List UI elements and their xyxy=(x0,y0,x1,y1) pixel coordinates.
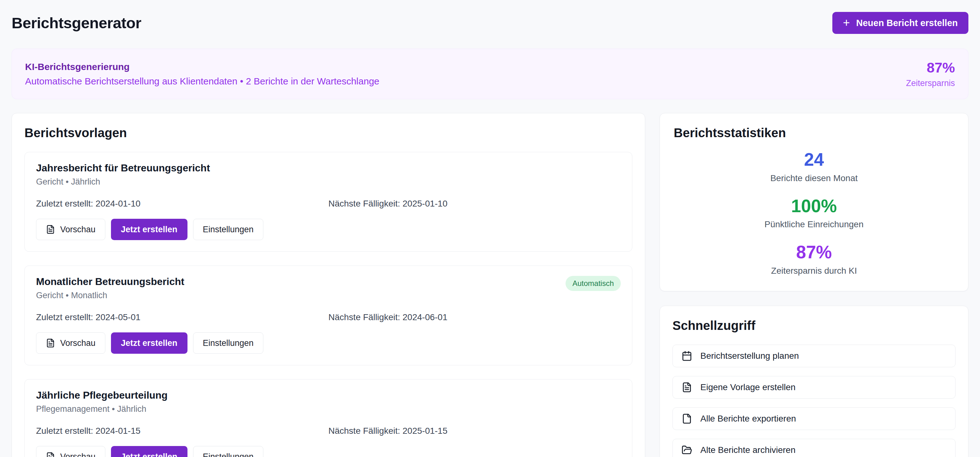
template-next-due: Nächste Fälligkeit: 2025-01-15 xyxy=(329,426,621,436)
template-actions: Vorschau Jetzt erstellen Einstellungen xyxy=(36,332,621,354)
generate-now-button[interactable]: Jetzt erstellen xyxy=(111,446,188,457)
preview-button-label: Vorschau xyxy=(60,338,95,348)
schedule-report-button[interactable]: Berichtserstellung planen xyxy=(673,345,956,367)
template-card: Monatlicher Betreuungsbericht Gericht • … xyxy=(24,265,632,365)
archive-reports-button[interactable]: Alte Berichte archivieren xyxy=(673,439,956,457)
stat-time-saved: 87% Zeitersparnis durch KI xyxy=(674,242,954,276)
main-content: Berichtsvorlagen Jahresbericht für Betre… xyxy=(11,113,969,457)
template-next-due: Nächste Fälligkeit: 2025-01-10 xyxy=(329,199,621,209)
generate-now-button-label: Jetzt erstellen xyxy=(121,225,177,235)
stat-label: Zeitersparnis durch KI xyxy=(674,266,954,276)
template-next-due: Nächste Fälligkeit: 2024-06-01 xyxy=(329,312,621,322)
template-actions: Vorschau Jetzt erstellen Einstellungen xyxy=(36,446,621,457)
file-text-icon xyxy=(46,338,55,348)
template-meta: Pflegemanagement • Jährlich xyxy=(36,404,168,414)
stat-value: 100% xyxy=(674,196,954,217)
template-title: Monatlicher Betreuungsbericht xyxy=(36,276,185,288)
template-title: Jährliche Pflegebeurteilung xyxy=(36,390,168,401)
stats-card: Berichtsstatistiken 24 Berichte diesen M… xyxy=(660,113,969,291)
settings-button[interactable]: Einstellungen xyxy=(193,332,263,354)
create-template-label: Eigene Vorlage erstellen xyxy=(700,382,795,392)
file-text-icon xyxy=(46,452,55,457)
quick-access-card: Schnellzugriff Berichtserstellung planen… xyxy=(660,306,969,457)
ai-banner-stat-value: 87% xyxy=(906,60,955,76)
stats-section-title: Berichtsstatistiken xyxy=(674,126,954,140)
calendar-icon xyxy=(681,351,692,361)
export-reports-label: Alle Berichte exportieren xyxy=(700,414,796,424)
templates-section-title: Berichtsvorlagen xyxy=(24,126,632,140)
settings-button[interactable]: Einstellungen xyxy=(193,219,263,240)
new-report-button-label: Neuen Bericht erstellen xyxy=(856,18,958,28)
template-head: Jährliche Pflegebeurteilung Pflegemanage… xyxy=(36,390,621,414)
templates-card: Berichtsvorlagen Jahresbericht für Betre… xyxy=(11,113,645,457)
ai-banner-subtitle: Automatische Berichtserstellung aus Klie… xyxy=(25,76,379,86)
stat-on-time-submissions: 100% Pünktliche Einreichungen xyxy=(674,196,954,230)
template-head-text: Monatlicher Betreuungsbericht Gericht • … xyxy=(36,276,185,300)
generate-now-button[interactable]: Jetzt erstellen xyxy=(111,219,188,240)
template-dates: Zuletzt erstellt: 2024-01-10 Nächste Fäl… xyxy=(36,199,621,209)
create-template-button[interactable]: Eigene Vorlage erstellen xyxy=(673,376,956,399)
template-last-created: Zuletzt erstellt: 2024-01-10 xyxy=(36,199,329,209)
template-card: Jahresbericht für Betreuungsgericht Geri… xyxy=(24,152,632,252)
file-text-icon xyxy=(46,225,55,234)
ai-banner-text: KI-Berichtsgenerierung Automatische Beri… xyxy=(25,62,379,86)
settings-button[interactable]: Einstellungen xyxy=(193,446,263,457)
export-reports-button[interactable]: Alle Berichte exportieren xyxy=(673,407,956,430)
template-card: Jährliche Pflegebeurteilung Pflegemanage… xyxy=(24,379,632,457)
template-head: Jahresbericht für Betreuungsgericht Geri… xyxy=(36,162,621,187)
preview-button-label: Vorschau xyxy=(60,452,95,457)
settings-button-label: Einstellungen xyxy=(203,452,254,457)
right-column: Berichtsstatistiken 24 Berichte diesen M… xyxy=(660,113,969,457)
file-text-icon xyxy=(681,382,692,393)
ai-banner-stat-label: Zeitersparnis xyxy=(906,78,955,88)
new-report-button[interactable]: + Neuen Bericht erstellen xyxy=(832,12,969,34)
schedule-report-label: Berichtserstellung planen xyxy=(700,351,799,361)
template-meta: Gericht • Monatlich xyxy=(36,291,185,300)
report-generator-page: Berichtsgenerator + Neuen Bericht erstel… xyxy=(0,0,980,457)
generate-now-button[interactable]: Jetzt erstellen xyxy=(111,332,188,354)
page-title: Berichtsgenerator xyxy=(11,14,142,32)
template-title: Jahresbericht für Betreuungsgericht xyxy=(36,162,210,174)
file-icon xyxy=(681,413,692,424)
settings-button-label: Einstellungen xyxy=(203,338,254,348)
plus-icon: + xyxy=(843,17,850,29)
settings-button-label: Einstellungen xyxy=(203,225,254,235)
stat-reports-this-month: 24 Berichte diesen Monat xyxy=(674,149,954,183)
template-meta: Gericht • Jährlich xyxy=(36,177,210,187)
ai-generation-banner: KI-Berichtsgenerierung Automatische Beri… xyxy=(11,49,969,99)
template-dates: Zuletzt erstellt: 2024-05-01 Nächste Fäl… xyxy=(36,312,621,322)
preview-button[interactable]: Vorschau xyxy=(36,446,105,457)
template-last-created: Zuletzt erstellt: 2024-01-15 xyxy=(36,426,329,436)
ai-banner-stat: 87% Zeitersparnis xyxy=(906,60,955,88)
stat-value: 24 xyxy=(674,149,954,170)
quick-access-section-title: Schnellzugriff xyxy=(673,319,956,333)
archive-reports-label: Alte Berichte archivieren xyxy=(700,445,795,455)
stat-label: Berichte diesen Monat xyxy=(674,173,954,183)
folder-open-icon xyxy=(681,445,692,455)
automatic-badge: Automatisch xyxy=(566,276,621,291)
template-last-created: Zuletzt erstellt: 2024-05-01 xyxy=(36,312,329,322)
template-dates: Zuletzt erstellt: 2024-01-15 Nächste Fäl… xyxy=(36,426,621,436)
generate-now-button-label: Jetzt erstellen xyxy=(121,452,177,457)
template-head-text: Jahresbericht für Betreuungsgericht Geri… xyxy=(36,162,210,187)
template-head: Monatlicher Betreuungsbericht Gericht • … xyxy=(36,276,621,300)
template-actions: Vorschau Jetzt erstellen Einstellungen xyxy=(36,219,621,240)
template-head-text: Jährliche Pflegebeurteilung Pflegemanage… xyxy=(36,390,168,414)
stat-value: 87% xyxy=(674,242,954,263)
page-header: Berichtsgenerator + Neuen Bericht erstel… xyxy=(11,0,969,34)
preview-button[interactable]: Vorschau xyxy=(36,219,105,240)
stat-label: Pünktliche Einreichungen xyxy=(674,219,954,229)
generate-now-button-label: Jetzt erstellen xyxy=(121,338,177,348)
preview-button[interactable]: Vorschau xyxy=(36,332,105,354)
preview-button-label: Vorschau xyxy=(60,225,95,235)
ai-banner-title: KI-Berichtsgenerierung xyxy=(25,62,379,72)
